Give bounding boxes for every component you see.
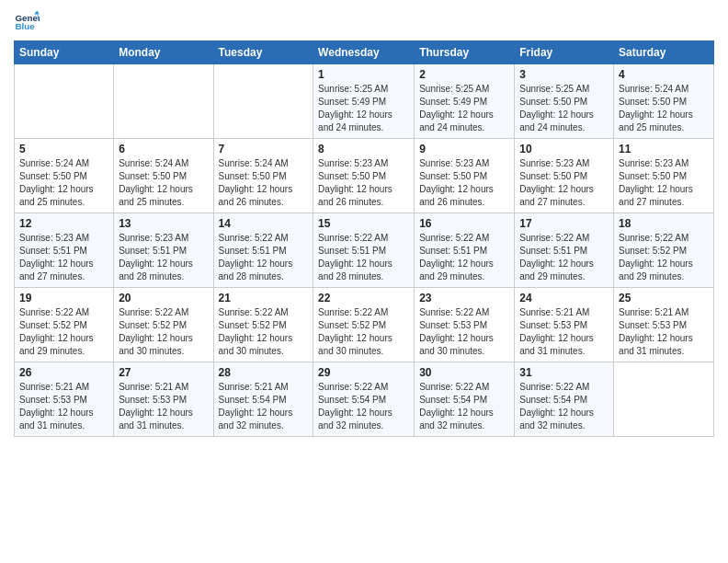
calendar-cell: 14Sunrise: 5:22 AM Sunset: 5:51 PM Dayli… [213, 213, 313, 288]
day-info: Sunrise: 5:25 AM Sunset: 5:50 PM Dayligh… [519, 83, 609, 134]
calendar-table: SundayMondayTuesdayWednesdayThursdayFrid… [14, 40, 714, 437]
logo-icon: General Blue [14, 9, 40, 35]
day-info: Sunrise: 5:22 AM Sunset: 5:52 PM Dayligh… [19, 306, 108, 358]
day-info: Sunrise: 5:22 AM Sunset: 5:52 PM Dayligh… [119, 306, 208, 358]
calendar-cell: 24Sunrise: 5:21 AM Sunset: 5:53 PM Dayli… [515, 288, 614, 362]
calendar-cell: 4Sunrise: 5:24 AM Sunset: 5:50 PM Daylig… [614, 64, 714, 139]
day-info: Sunrise: 5:23 AM Sunset: 5:50 PM Dayligh… [318, 157, 409, 209]
calendar-cell: 2Sunrise: 5:25 AM Sunset: 5:49 PM Daylig… [415, 64, 515, 139]
day-info: Sunrise: 5:22 AM Sunset: 5:52 PM Dayligh… [619, 232, 709, 283]
calendar-cell [614, 362, 714, 437]
dow-thursday: Thursday [415, 41, 515, 64]
day-number: 13 [119, 217, 208, 230]
day-info: Sunrise: 5:21 AM Sunset: 5:53 PM Dayligh… [519, 306, 609, 358]
day-info: Sunrise: 5:24 AM Sunset: 5:50 PM Dayligh… [619, 83, 709, 134]
calendar-cell: 11Sunrise: 5:23 AM Sunset: 5:50 PM Dayli… [614, 139, 714, 213]
calendar-cell: 16Sunrise: 5:22 AM Sunset: 5:51 PM Dayli… [415, 213, 515, 288]
day-info: Sunrise: 5:22 AM Sunset: 5:54 PM Dayligh… [318, 381, 409, 432]
day-info: Sunrise: 5:23 AM Sunset: 5:50 PM Dayligh… [519, 157, 609, 209]
day-info: Sunrise: 5:22 AM Sunset: 5:51 PM Dayligh… [519, 232, 609, 283]
day-number: 23 [419, 292, 509, 304]
calendar-cell: 29Sunrise: 5:22 AM Sunset: 5:54 PM Dayli… [313, 362, 415, 437]
day-info: Sunrise: 5:22 AM Sunset: 5:53 PM Dayligh… [419, 306, 509, 358]
calendar-cell: 3Sunrise: 5:25 AM Sunset: 5:50 PM Daylig… [515, 64, 614, 139]
calendar-cell [114, 64, 213, 139]
day-info: Sunrise: 5:24 AM Sunset: 5:50 PM Dayligh… [219, 157, 309, 209]
day-number: 5 [19, 143, 108, 155]
day-number: 24 [519, 292, 609, 304]
day-info: Sunrise: 5:23 AM Sunset: 5:51 PM Dayligh… [119, 232, 208, 283]
day-number: 3 [519, 68, 609, 81]
calendar-cell: 9Sunrise: 5:23 AM Sunset: 5:50 PM Daylig… [415, 139, 515, 213]
day-number: 22 [318, 292, 409, 304]
calendar-cell: 6Sunrise: 5:24 AM Sunset: 5:50 PM Daylig… [114, 139, 213, 213]
day-info: Sunrise: 5:23 AM Sunset: 5:50 PM Dayligh… [619, 157, 709, 209]
calendar-cell [213, 64, 313, 139]
week-row-4: 19Sunrise: 5:22 AM Sunset: 5:52 PM Dayli… [15, 288, 714, 362]
day-number: 8 [318, 143, 409, 155]
day-info: Sunrise: 5:22 AM Sunset: 5:51 PM Dayligh… [318, 232, 409, 283]
day-number: 2 [419, 68, 509, 81]
day-info: Sunrise: 5:21 AM Sunset: 5:53 PM Dayligh… [19, 381, 108, 432]
days-of-week-header: SundayMondayTuesdayWednesdayThursdayFrid… [15, 41, 714, 64]
day-number: 20 [119, 292, 208, 304]
day-number: 10 [519, 143, 609, 155]
day-number: 7 [219, 143, 309, 155]
calendar-body: 1Sunrise: 5:25 AM Sunset: 5:49 PM Daylig… [15, 64, 714, 437]
calendar-cell: 12Sunrise: 5:23 AM Sunset: 5:51 PM Dayli… [15, 213, 114, 288]
dow-friday: Friday [515, 41, 614, 64]
logo: General Blue [14, 9, 40, 35]
day-number: 31 [519, 366, 609, 379]
calendar-cell: 13Sunrise: 5:23 AM Sunset: 5:51 PM Dayli… [114, 213, 213, 288]
day-number: 1 [318, 68, 409, 81]
day-info: Sunrise: 5:22 AM Sunset: 5:52 PM Dayligh… [318, 306, 409, 358]
day-number: 26 [19, 366, 108, 379]
calendar-cell: 19Sunrise: 5:22 AM Sunset: 5:52 PM Dayli… [15, 288, 114, 362]
day-info: Sunrise: 5:21 AM Sunset: 5:53 PM Dayligh… [119, 381, 208, 432]
week-row-5: 26Sunrise: 5:21 AM Sunset: 5:53 PM Dayli… [15, 362, 714, 437]
calendar-cell: 25Sunrise: 5:21 AM Sunset: 5:53 PM Dayli… [614, 288, 714, 362]
day-number: 28 [219, 366, 309, 379]
calendar-cell: 18Sunrise: 5:22 AM Sunset: 5:52 PM Dayli… [614, 213, 714, 288]
calendar-cell: 21Sunrise: 5:22 AM Sunset: 5:52 PM Dayli… [213, 288, 313, 362]
day-number: 4 [619, 68, 709, 81]
day-info: Sunrise: 5:22 AM Sunset: 5:54 PM Dayligh… [519, 381, 609, 432]
calendar-cell: 27Sunrise: 5:21 AM Sunset: 5:53 PM Dayli… [114, 362, 213, 437]
day-info: Sunrise: 5:24 AM Sunset: 5:50 PM Dayligh… [119, 157, 208, 209]
dow-tuesday: Tuesday [213, 41, 313, 64]
day-info: Sunrise: 5:21 AM Sunset: 5:54 PM Dayligh… [219, 381, 309, 432]
day-number: 27 [119, 366, 208, 379]
day-number: 6 [119, 143, 208, 155]
calendar-cell: 17Sunrise: 5:22 AM Sunset: 5:51 PM Dayli… [515, 213, 614, 288]
day-info: Sunrise: 5:22 AM Sunset: 5:52 PM Dayligh… [219, 306, 309, 358]
day-info: Sunrise: 5:22 AM Sunset: 5:54 PM Dayligh… [419, 381, 509, 432]
day-info: Sunrise: 5:24 AM Sunset: 5:50 PM Dayligh… [19, 157, 108, 209]
svg-text:Blue: Blue [15, 21, 35, 31]
calendar-cell: 31Sunrise: 5:22 AM Sunset: 5:54 PM Dayli… [515, 362, 614, 437]
calendar-cell: 7Sunrise: 5:24 AM Sunset: 5:50 PM Daylig… [213, 139, 313, 213]
calendar-cell [15, 64, 114, 139]
dow-saturday: Saturday [614, 41, 714, 64]
calendar-cell: 28Sunrise: 5:21 AM Sunset: 5:54 PM Dayli… [213, 362, 313, 437]
day-number: 18 [619, 217, 709, 230]
day-info: Sunrise: 5:22 AM Sunset: 5:51 PM Dayligh… [219, 232, 309, 283]
week-row-1: 1Sunrise: 5:25 AM Sunset: 5:49 PM Daylig… [15, 64, 714, 139]
day-number: 25 [619, 292, 709, 304]
dow-wednesday: Wednesday [313, 41, 415, 64]
day-info: Sunrise: 5:21 AM Sunset: 5:53 PM Dayligh… [619, 306, 709, 358]
day-number: 21 [219, 292, 309, 304]
day-number: 9 [419, 143, 509, 155]
day-info: Sunrise: 5:25 AM Sunset: 5:49 PM Dayligh… [419, 83, 509, 134]
calendar-cell: 30Sunrise: 5:22 AM Sunset: 5:54 PM Dayli… [415, 362, 515, 437]
day-number: 14 [219, 217, 309, 230]
calendar-cell: 5Sunrise: 5:24 AM Sunset: 5:50 PM Daylig… [15, 139, 114, 213]
dow-monday: Monday [114, 41, 213, 64]
day-number: 17 [519, 217, 609, 230]
day-info: Sunrise: 5:25 AM Sunset: 5:49 PM Dayligh… [318, 83, 409, 134]
day-info: Sunrise: 5:23 AM Sunset: 5:50 PM Dayligh… [419, 157, 509, 209]
day-number: 11 [619, 143, 709, 155]
calendar-cell: 26Sunrise: 5:21 AM Sunset: 5:53 PM Dayli… [15, 362, 114, 437]
dow-sunday: Sunday [15, 41, 114, 64]
day-info: Sunrise: 5:23 AM Sunset: 5:51 PM Dayligh… [19, 232, 108, 283]
day-number: 30 [419, 366, 509, 379]
